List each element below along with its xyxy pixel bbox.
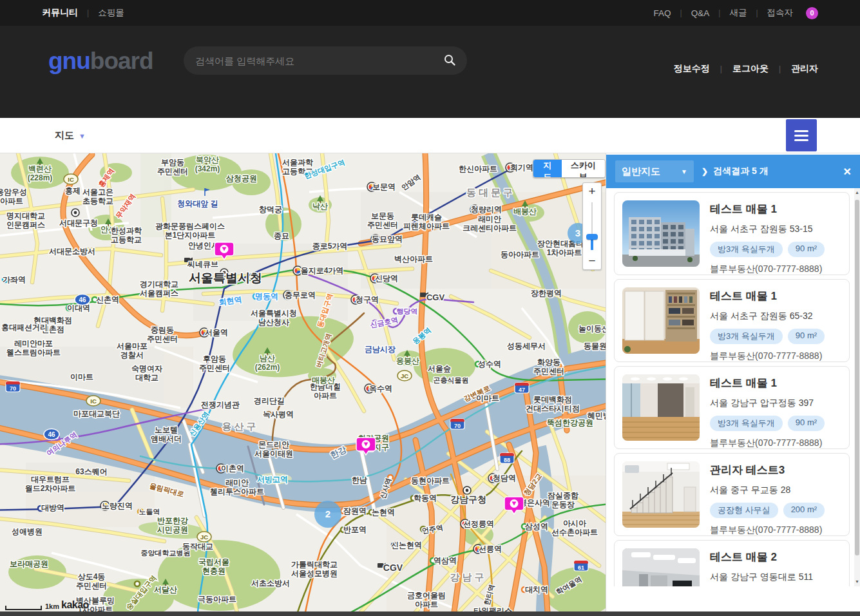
site-logo[interactable]: gnuboard — [48, 48, 153, 75]
link-community[interactable]: 커뮤니티 — [42, 7, 78, 19]
footer-edge — [0, 611, 860, 616]
listing-card[interactable]: 테스트 매물 2서울 강남구 영동대로 511방3개 욕실두개90 m²블루부동… — [614, 540, 850, 586]
site-header: gnuboard 정보수정 | 로그아웃 | 관리자 — [0, 26, 860, 118]
link-shop[interactable]: 쇼핑몰 — [98, 7, 124, 19]
map-label: 서울마포경찰서 — [117, 342, 148, 360]
map-label: 백련산(228m) — [28, 164, 53, 182]
link-faq[interactable]: FAQ — [654, 8, 671, 18]
map-label: 노들역 — [139, 508, 160, 515]
main-nav: 지도 ▼ — [0, 118, 860, 153]
map-label: 행당역 — [397, 307, 418, 315]
close-panel-button[interactable]: ✕ — [843, 166, 852, 178]
nav-item-map[interactable]: 지도 ▼ — [55, 118, 86, 153]
map-label: 충무로역 — [285, 291, 316, 300]
listing-agency: 블루부동산(070-7777-8888) — [710, 525, 825, 536]
listing-badge: 90 m² — [788, 416, 825, 431]
divider: | — [87, 8, 89, 17]
map-label: 한신아파트 — [459, 164, 497, 173]
route-badge: IC — [86, 396, 100, 406]
map-type-map-button[interactable]: 지도 — [533, 160, 562, 177]
map-label: 극동아파트 — [198, 595, 236, 604]
map-label: 동현아파트 — [411, 476, 450, 485]
map-label: 응봉산 — [396, 356, 419, 365]
map-label: 서울역 — [205, 328, 228, 337]
listing-badge: 90 m² — [788, 242, 825, 257]
search-button[interactable] — [444, 54, 455, 68]
listing-card[interactable]: 테스트 매물 1서울 강남구 압구정동 397방3개 욕실두개90 m²블루부동… — [614, 366, 850, 449]
map-label: 상도4동주민센터 — [76, 572, 107, 590]
listing-title: 테스트 매물 1 — [710, 289, 825, 303]
map-type-skyview-button[interactable]: 스카이뷰 — [562, 160, 605, 177]
route-badge: 61 — [574, 561, 588, 571]
link-admin[interactable]: 관리자 — [791, 63, 818, 75]
route-badge: 46 — [44, 429, 59, 440]
kakao-attribution[interactable]: kakao — [61, 599, 89, 611]
link-edit-info[interactable]: 정보수정 — [674, 63, 710, 75]
cluster-marker[interactable]: 2 — [314, 501, 341, 528]
svg-text:IC: IC — [90, 398, 97, 405]
results-panel-header: 일반지도 ▼ ❯ 검색결과 5 개 ✕ — [606, 155, 860, 188]
svg-text:61: 61 — [578, 564, 584, 571]
map-label: 강남구 — [450, 572, 487, 582]
svg-text:JC: JC — [401, 372, 408, 380]
map-canvas[interactable]: 서울특별시청용산구동대문구강남구한강올림픽대로강변북로백련산(228m)응암우성… — [0, 153, 606, 612]
link-visitors[interactable]: 접속자 — [767, 7, 794, 19]
link-qna[interactable]: Q&A — [691, 8, 710, 18]
map-label: 동묘앞역 — [372, 235, 403, 244]
chevron-down-icon: ▼ — [79, 132, 86, 140]
map-label: 청구역 — [356, 295, 379, 304]
listing-address: 서울 강남구 압구정동 397 — [710, 398, 825, 409]
zoom-slider[interactable] — [583, 200, 601, 253]
map-label: 용산구 — [222, 421, 259, 432]
map-label: 옥수역 — [369, 384, 392, 393]
listing-card[interactable]: 테스트 매물 1서울 서초구 잠원동 53-15방3개 욕실두개90 m²블루부… — [614, 192, 850, 275]
zoom-in-button[interactable]: + — [583, 183, 601, 200]
map-label: 매봉산 — [312, 376, 335, 385]
map-mode-select[interactable]: 일반지도 ▼ — [615, 160, 694, 182]
map-label: 동대문구 — [466, 187, 515, 198]
map-label: 회기역 — [510, 163, 533, 172]
map-label: 63스퀘어 — [75, 467, 107, 476]
map-label: 전쟁기념관 — [201, 400, 240, 409]
map-label: 금남시장 — [365, 345, 396, 354]
map-label: 서빙고역 — [257, 475, 288, 484]
search-input[interactable] — [195, 55, 444, 66]
scroll-down-arrow[interactable]: ▼ — [854, 577, 860, 586]
map-label: 보라매공원 — [10, 559, 48, 568]
map-label: 반포한강시민공원 — [157, 516, 188, 534]
listing-thumbnail — [622, 287, 700, 354]
link-logout[interactable]: 로그아웃 — [732, 63, 769, 75]
map-label: 보문동주민센터 — [367, 211, 398, 229]
map-label: 청와대앞 길 — [177, 199, 218, 208]
map-label: 서울숲 — [428, 364, 451, 373]
map-label: 북악산(342m) — [195, 155, 220, 173]
map-label: 서대문구청 — [59, 218, 98, 227]
map-label: 혜민병원 — [587, 411, 606, 420]
map-label: 성동세무서 — [507, 342, 546, 351]
scrollbar-thumb[interactable] — [855, 200, 859, 555]
hall-icon — [463, 486, 471, 494]
map-label: 이촌역 — [221, 464, 244, 473]
svg-text:47: 47 — [519, 387, 525, 393]
map-label: 배봉산 — [513, 207, 537, 216]
map-label: 가톨릭대학교서울성모병원 — [291, 560, 338, 578]
scroll-up-arrow[interactable]: ▲ — [854, 188, 860, 197]
map-label: 부암동주민센터 — [157, 158, 188, 176]
listing-card[interactable]: 테스트 매물 1서울 서초구 잠원동 65-32방3개 욕실두개90 m²블루부… — [614, 279, 850, 362]
listing-card[interactable]: 관리자 테스트3서울 중구 무교동 28공장형 사무실200 m²블루부동산(0… — [614, 453, 850, 536]
map-label: 대우트럼프월드2차아파트 — [25, 475, 76, 493]
map-label: 서대문소방서 — [49, 247, 95, 256]
map-label: 서달산 — [154, 585, 177, 594]
zoom-slider-handle[interactable] — [586, 234, 598, 240]
panel-scrollbar[interactable]: ▲ ▼ — [854, 188, 860, 586]
link-new-posts[interactable]: 새글 — [729, 7, 747, 19]
page: 커뮤니티 | 쇼핑몰 FAQ | Q&A | 새글 | 접속자 0 gnuboa… — [0, 0, 860, 616]
svg-text:88: 88 — [504, 457, 510, 463]
menu-hamburger-button[interactable] — [786, 119, 817, 151]
listing-badge: 90 m² — [788, 329, 825, 344]
route-badge: 70 — [450, 419, 464, 429]
zoom-out-button[interactable]: − — [583, 253, 601, 269]
search-icon — [444, 54, 455, 68]
map-label: 선릉역 — [479, 544, 502, 553]
map-label: 이마트 — [70, 372, 93, 381]
